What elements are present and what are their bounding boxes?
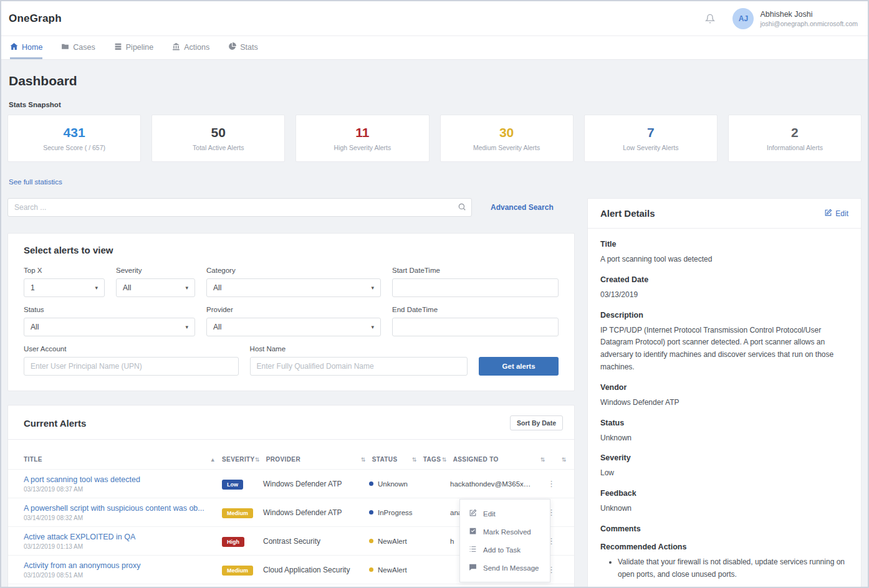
provider-cell: Cloud Application Security	[263, 566, 369, 574]
sort-by-date-button[interactable]: Sort By Date	[510, 415, 563, 430]
column-header-provider[interactable]: PROVIDER⇅	[266, 456, 372, 463]
sort-icon[interactable]: ⇅	[412, 457, 417, 463]
stat-value: 11	[355, 125, 369, 140]
host-name-label: Host Name	[250, 345, 468, 353]
get-alerts-button[interactable]: Get alerts	[479, 357, 559, 376]
user-info[interactable]: Abhishek Joshi joshi@onegraph.onmicrosof…	[760, 9, 858, 27]
column-header-extra[interactable]: ⇅	[552, 457, 573, 463]
detail-created-date: Created Date 03/13/2019	[600, 275, 848, 301]
advanced-search-link[interactable]: Advanced Search	[491, 203, 554, 212]
task-list-icon	[469, 545, 477, 554]
top-x-select[interactable]: 1 ▾	[24, 278, 105, 297]
detail-severity: Severity Low	[600, 453, 848, 480]
nav-tab-stats[interactable]: Stats	[228, 36, 258, 59]
alert-title-link[interactable]: A port scanning tool was detected	[24, 475, 216, 484]
column-header-status[interactable]: STATUS⇅	[372, 456, 423, 463]
status-text: NewAlert	[378, 566, 407, 574]
context-menu-item-send-in-message[interactable]: Send In Message	[460, 559, 550, 577]
chevron-down-icon: ▾	[185, 285, 188, 291]
alert-date: 03/12/2019 01:13 AM	[24, 543, 216, 550]
sort-asc-icon[interactable]: ▲	[210, 457, 216, 463]
severity-select[interactable]: All ▾	[116, 278, 195, 297]
sort-icon[interactable]: ⇅	[540, 457, 545, 463]
select-alerts-panel: Select alerts to view Top X 1 ▾ Severity	[7, 233, 575, 391]
nav-tab-cases[interactable]: Cases	[61, 36, 95, 59]
alert-details-heading: Alert Details	[600, 208, 655, 219]
column-header-extra[interactable]: ⇅	[540, 457, 552, 463]
stat-value: 2	[791, 125, 799, 140]
search-icon[interactable]	[458, 202, 466, 214]
top-bar: OneGraph AJ Abhishek Joshi joshi@onegrap…	[1, 1, 868, 36]
column-header-assigned-to[interactable]: ASSIGNED TO	[453, 456, 540, 463]
category-label: Category	[206, 267, 381, 274]
stats-snapshot-heading: Stats Snapshot	[9, 101, 860, 108]
context-menu-label: Mark Resolved	[483, 528, 531, 536]
nav-tab-home[interactable]: Home	[10, 36, 42, 59]
context-menu-item-mark-resolved[interactable]: Mark Resolved	[460, 523, 550, 541]
table-row: Anonymous access03/11/2019 12:36 PM Medi…	[8, 584, 574, 588]
row-menu-kebab-icon[interactable]: ⋮	[537, 479, 563, 488]
pie-chart-icon	[228, 42, 236, 52]
column-header-title[interactable]: TITLE▲	[24, 456, 222, 463]
avatar[interactable]: AJ	[732, 8, 754, 29]
alert-date: 03/14/2019 08:32 AM	[24, 514, 216, 521]
sort-icon[interactable]: ⇅	[442, 457, 447, 463]
category-select[interactable]: All ▾	[206, 278, 381, 297]
edit-label: Edit	[835, 209, 848, 218]
user-account-input[interactable]	[24, 357, 239, 376]
chevron-down-icon: ▾	[95, 285, 98, 291]
stat-cards: 431 Secure Score ( / 657) 50 Total Activ…	[7, 115, 862, 162]
alert-title-link[interactable]: A powershell script with suspicious cont…	[24, 504, 216, 513]
stat-card-low-severity: 7 Low Severity Alerts	[584, 115, 718, 162]
end-datetime-input[interactable]	[392, 318, 559, 336]
alert-date: 03/13/2019 08:37 AM	[24, 486, 216, 493]
status-select[interactable]: All ▾	[24, 318, 195, 336]
nav-label: Stats	[240, 43, 258, 52]
provider-cell: Windows Defender ATP	[263, 480, 369, 488]
alert-title-link[interactable]: Activity from an anonymous proxy	[24, 561, 216, 570]
status-dot	[369, 539, 373, 543]
sort-icon[interactable]: ⇅	[562, 457, 567, 463]
context-menu-item-edit[interactable]: Edit	[460, 505, 550, 523]
search-input[interactable]	[7, 198, 472, 217]
home-icon	[10, 42, 18, 52]
filters-heading: Select alerts to view	[24, 245, 559, 255]
top-x-value: 1	[31, 283, 35, 292]
top-x-label: Top X	[24, 267, 105, 274]
stat-label: Total Active Alerts	[193, 144, 244, 151]
chevron-down-icon: ▾	[185, 324, 188, 330]
provider-select[interactable]: All ▾	[206, 318, 381, 336]
provider-cell: Contrast Security	[263, 537, 369, 546]
assigned-to-cell: hackathondev@M365x59...	[450, 480, 537, 488]
host-name-input[interactable]	[250, 357, 468, 376]
nav-label: Pipeline	[126, 43, 153, 52]
pipeline-icon	[114, 42, 122, 52]
sort-icon[interactable]: ⇅	[255, 457, 260, 463]
stat-card-secure-score: 431 Secure Score ( / 657)	[7, 115, 141, 162]
stat-value: 30	[499, 125, 514, 140]
provider-label: Provider	[206, 306, 381, 313]
stat-label: High Severity Alerts	[334, 144, 391, 151]
notifications-bell-icon[interactable]	[705, 14, 715, 24]
see-full-statistics-link[interactable]: See full statistics	[9, 178, 62, 186]
column-header-tags[interactable]: TAGS⇅	[423, 456, 453, 463]
severity-badge: Medium	[222, 566, 253, 576]
start-datetime-input[interactable]	[392, 278, 559, 297]
app-window: OneGraph AJ Abhishek Joshi joshi@onegrap…	[0, 0, 869, 588]
edit-alert-button[interactable]: Edit	[824, 209, 848, 219]
nav-tab-pipeline[interactable]: Pipeline	[114, 36, 153, 59]
context-menu-item-add-to-task[interactable]: Add to Task	[460, 541, 550, 559]
detail-status: Status Unknown	[600, 419, 848, 445]
search-row: Advanced Search	[7, 198, 575, 217]
nav-tab-actions[interactable]: Actions	[172, 36, 209, 59]
stat-value: 50	[211, 125, 226, 140]
bank-icon	[172, 42, 180, 52]
sort-icon[interactable]: ⇅	[361, 457, 366, 463]
edit-pencil-icon	[824, 209, 832, 219]
user-account-label: User Account	[24, 345, 239, 353]
status-label: Status	[24, 306, 195, 313]
chevron-down-icon: ▾	[371, 324, 374, 330]
alert-title-link[interactable]: Active attack EXPLOITED in QA	[24, 533, 216, 541]
detail-feedback: Feedback Unknown	[600, 489, 848, 515]
column-header-severity[interactable]: SEVERITY⇅	[222, 456, 266, 463]
